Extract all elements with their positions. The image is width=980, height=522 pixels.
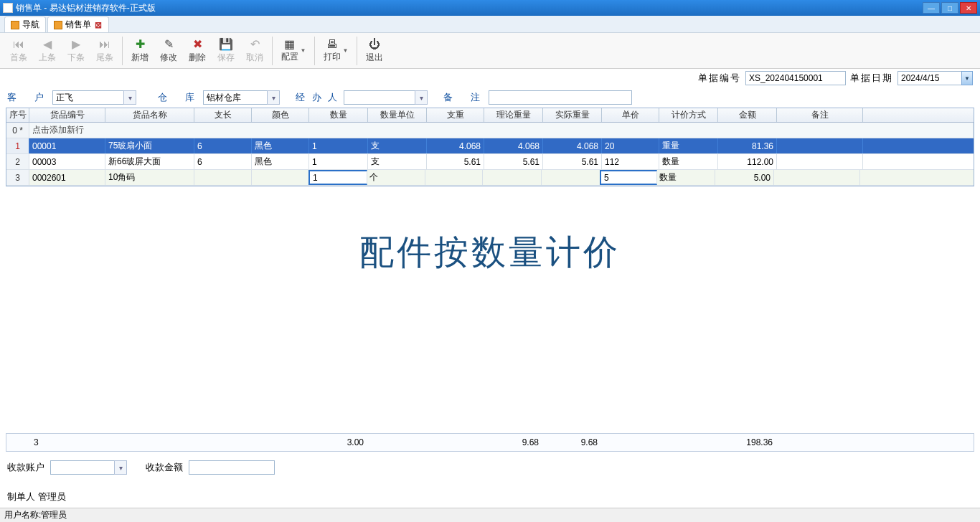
cell-tw[interactable]: 5.61 — [484, 154, 543, 169]
cell-color[interactable]: 黑色 — [252, 138, 309, 153]
cell-amt[interactable]: 112.00 — [718, 154, 777, 169]
cell-unit[interactable]: 个 — [367, 170, 425, 185]
handler-dropdown-button[interactable]: ▾ — [415, 90, 428, 105]
handler-field[interactable] — [344, 90, 415, 105]
col-amt[interactable]: 金额 — [718, 108, 777, 122]
cell-qty[interactable]: 1 — [309, 138, 368, 153]
table-row[interactable]: 3 0002601 10角码 1 个 5 数量 5.00 — [6, 170, 974, 186]
next-icon: ▶ — [72, 38, 80, 51]
col-name[interactable]: 货品名称 — [105, 108, 194, 122]
grid-header: 序号 货品编号 货品名称 支长 颜色 数量 数量单位 支重 理论重量 实际重量 … — [6, 108, 974, 123]
print-button[interactable]: 🖶打印▼ — [318, 34, 354, 67]
cell-uw[interactable]: 4.068 — [427, 138, 484, 153]
cell-uw[interactable]: 5.61 — [427, 154, 484, 169]
exit-button[interactable]: ⏻退出 — [360, 34, 389, 67]
cell-name[interactable]: 75玻扇小面 — [105, 138, 194, 153]
col-len[interactable]: 支长 — [194, 108, 252, 122]
date-dropdown-button[interactable]: ▼ — [961, 71, 973, 85]
pay-account-field[interactable] — [50, 460, 115, 475]
table-row[interactable]: 1 00001 75玻扇小面 6 黑色 1 支 4.068 4.068 4.06… — [6, 138, 974, 154]
col-tw[interactable]: 理论重量 — [484, 108, 543, 122]
tab-navigation[interactable]: 导航 — [4, 16, 46, 32]
cell-price-editing[interactable]: 5 — [600, 170, 657, 185]
cell-tw[interactable] — [483, 170, 542, 185]
cell-aw[interactable]: 5.61 — [543, 154, 602, 169]
col-code[interactable]: 货品编号 — [29, 108, 105, 122]
cell-rem[interactable] — [777, 154, 863, 169]
maker-row: 制单人 管理员 — [7, 490, 66, 503]
close-button[interactable]: ✕ — [960, 2, 977, 14]
cell-amt[interactable]: 81.36 — [718, 138, 777, 153]
first-icon: ⏮ — [13, 38, 24, 51]
cell-qty[interactable]: 1 — [309, 154, 368, 169]
cell-len[interactable]: 6 — [194, 154, 252, 169]
cell-unit[interactable]: 支 — [368, 138, 427, 153]
cell-name[interactable]: 新66玻屏大面 — [105, 154, 194, 169]
add-button[interactable]: ✚新增 — [126, 34, 154, 67]
warehouse-dropdown-button[interactable]: ▾ — [267, 90, 280, 105]
minimize-button[interactable]: — — [923, 2, 940, 14]
first-button[interactable]: ⏮首条 — [4, 34, 33, 67]
doc-no-label: 单据编号 — [698, 72, 741, 85]
handler-label: 经 办 人 — [296, 91, 339, 104]
cell-code[interactable]: 00001 — [29, 138, 105, 153]
cell-aw[interactable] — [542, 170, 600, 185]
cancel-button[interactable]: ↶取消 — [240, 34, 269, 67]
cell-qty-editing[interactable]: 1 — [308, 170, 367, 185]
col-uw[interactable]: 支重 — [427, 108, 484, 122]
next-button[interactable]: ▶下条 — [62, 34, 90, 67]
cell-rem[interactable] — [774, 170, 860, 185]
last-button[interactable]: ⏭尾条 — [90, 34, 119, 67]
cell-color[interactable] — [252, 170, 309, 185]
cell-price[interactable]: 20 — [602, 138, 659, 153]
cell-tw[interactable]: 4.068 — [484, 138, 543, 153]
cell-unit[interactable]: 支 — [368, 154, 427, 169]
remark-field[interactable] — [489, 90, 632, 105]
pay-account-dropdown[interactable]: ▾ — [114, 460, 127, 475]
col-idx[interactable]: 序号 — [6, 108, 29, 122]
table-row[interactable]: 2 00003 新66玻屏大面 6 黑色 1 支 5.61 5.61 5.61 … — [6, 154, 974, 170]
cell-pm[interactable]: 重量 — [659, 138, 718, 153]
config-button[interactable]: ▦配置▼ — [275, 34, 311, 67]
col-rem[interactable]: 备注 — [777, 108, 863, 122]
tab-icon — [11, 21, 19, 29]
delete-button[interactable]: ✖删除 — [183, 34, 212, 67]
cell-color[interactable]: 黑色 — [252, 154, 309, 169]
col-qty[interactable]: 数量 — [309, 108, 368, 122]
col-price[interactable]: 单价 — [602, 108, 659, 122]
cell-amt[interactable]: 5.00 — [715, 170, 774, 185]
cancel-icon: ↶ — [250, 38, 260, 51]
cell-len[interactable]: 6 — [194, 138, 252, 153]
cell-code[interactable]: 00003 — [29, 154, 105, 169]
customer-dropdown-button[interactable]: ▾ — [123, 90, 136, 105]
cell-price[interactable]: 112 — [602, 154, 659, 169]
tab-close-icon[interactable]: ⊠ — [94, 21, 103, 29]
prev-button[interactable]: ◀上条 — [33, 34, 62, 67]
cell-code[interactable]: 0002601 — [29, 170, 105, 185]
tab-sales-order[interactable]: 销售单 ⊠ — [47, 16, 109, 32]
cell-len[interactable] — [194, 170, 252, 185]
tab-icon — [54, 21, 62, 29]
cell-rem[interactable] — [777, 138, 863, 153]
warehouse-field[interactable] — [203, 90, 268, 105]
edit-button[interactable]: ✎修改 — [154, 34, 183, 67]
status-user-value: 管理员 — [41, 509, 67, 521]
cell-aw[interactable]: 4.068 — [543, 138, 602, 153]
col-aw[interactable]: 实际重量 — [543, 108, 602, 122]
cell-uw[interactable] — [425, 170, 483, 185]
cell-name[interactable]: 10角码 — [105, 170, 194, 185]
cell-pm[interactable]: 数量 — [659, 154, 718, 169]
col-color[interactable]: 颜色 — [252, 108, 309, 122]
doc-no-field[interactable] — [745, 71, 846, 85]
col-pm[interactable]: 计价方式 — [659, 108, 718, 122]
doc-date-field[interactable] — [897, 71, 962, 85]
maximize-button[interactable]: □ — [941, 2, 958, 14]
dropdown-arrow-icon: ▼ — [301, 47, 306, 54]
save-button[interactable]: 💾保存 — [212, 34, 240, 67]
pay-amount-field[interactable] — [189, 460, 275, 475]
customer-field[interactable] — [52, 90, 124, 105]
addrow-idx: 0 * — [6, 123, 29, 138]
col-unit[interactable]: 数量单位 — [368, 108, 427, 122]
cell-pm[interactable]: 数量 — [656, 170, 715, 185]
add-row[interactable]: 0 * 点击添加新行 — [6, 123, 974, 138]
